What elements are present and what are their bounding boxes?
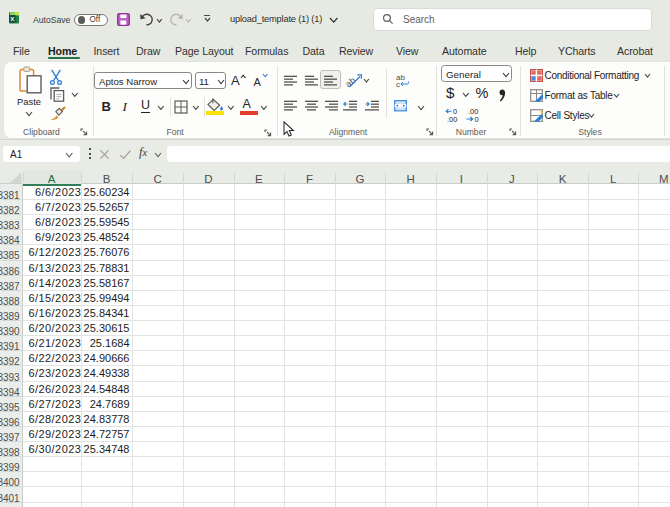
svg-text:ab: ab <box>345 75 357 89</box>
svg-text:0: 0 <box>475 114 479 122</box>
svg-text:c: c <box>396 80 400 88</box>
svg-text:.00: .00 <box>447 114 457 122</box>
